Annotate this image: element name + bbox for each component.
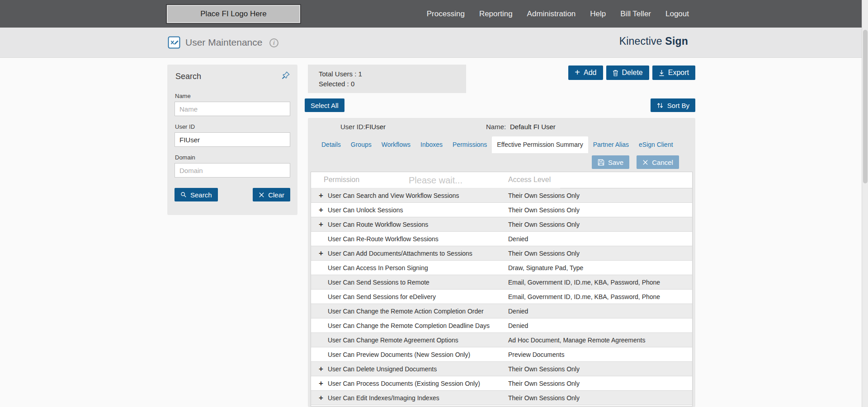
expand-plus-icon[interactable]: + (317, 217, 325, 232)
tab[interactable]: eSign Client (634, 136, 678, 153)
access-level-cell: Their Own Sessions Only (508, 376, 580, 391)
table-row: User Can Preview Documents (New Session … (311, 347, 692, 362)
search-button-label: Search (190, 191, 212, 199)
cancel-button[interactable]: Cancel (637, 155, 679, 169)
permission-cell: User Can Edit Indexes/Imaging Indexes (328, 391, 439, 405)
trash-icon (613, 70, 618, 76)
access-level-cell: Their Own Sessions Only (508, 246, 580, 261)
scrollbar-thumb[interactable] (863, 30, 868, 183)
loading-overlay: Please wait... (311, 172, 560, 188)
expand-plus-icon[interactable]: + (317, 376, 325, 391)
save-button-label: Save (608, 159, 623, 166)
page-header: User Maintenance i Kinective Sign (0, 28, 868, 58)
nav-item[interactable]: Reporting (479, 9, 513, 19)
access-level-cell: Their Own Sessions Only (508, 203, 580, 217)
clear-x-icon (259, 192, 264, 198)
expand-plus-icon[interactable]: + (317, 203, 325, 217)
add-button[interactable]: + Add (568, 65, 603, 80)
nav-item[interactable]: Administration (527, 9, 576, 19)
loading-text: Please wait... (409, 175, 462, 186)
permission-cell: User Can Access In Person Signing (328, 261, 428, 275)
table-row: User Can Change the Remote Action Comple… (311, 304, 692, 318)
nav-item[interactable]: Help (590, 9, 606, 19)
table-row: User Can Change Remote Agreement Options… (311, 333, 692, 347)
card-user-id-label: User ID: (340, 123, 365, 131)
tab[interactable]: Partner Alias (588, 136, 634, 153)
search-button[interactable]: Search (175, 188, 218, 201)
pin-icon[interactable] (281, 71, 290, 82)
tab-bar: DetailsGroupsWorkflowsInboxesPermissions… (316, 136, 678, 153)
search-icon (180, 192, 187, 198)
delete-button[interactable]: Delete (606, 65, 649, 80)
page-scrollbar[interactable] (862, 0, 868, 407)
tab[interactable]: Permissions (448, 136, 492, 153)
expand-plus-icon[interactable]: + (317, 362, 325, 376)
user-id-label: User ID (175, 123, 290, 130)
brand-first: Kinective (619, 35, 662, 47)
permission-cell: User Can Delete Unsigned Documents (328, 362, 437, 376)
export-button-label: Export (668, 69, 689, 77)
add-plus-icon: + (575, 68, 580, 77)
download-icon (659, 70, 665, 76)
permission-cell: User Can Unlock Sessions (328, 203, 403, 217)
search-panel-buttons: Search Clear (175, 188, 290, 201)
top-bar: Place FI Logo Here ProcessingReportingAd… (0, 0, 868, 28)
name-input[interactable] (175, 102, 290, 116)
nav-item[interactable]: Processing (427, 9, 465, 19)
table-row: +User Can Unlock SessionsTheir Own Sessi… (311, 203, 692, 217)
nav-item[interactable]: Bill Teller (620, 9, 651, 19)
brand-logo: Kinective Sign (619, 35, 688, 47)
cancel-x-icon (642, 159, 648, 165)
search-panel: Search Name User ID Domain Search (167, 65, 297, 215)
permission-cell: User Can Preview Documents (New Session … (328, 347, 470, 362)
access-level-cell: Email, Government ID, ID.me, KBA, Passwo… (508, 290, 660, 304)
tab[interactable]: Details (316, 136, 346, 153)
permissions-table-header: Permission Access Level Please wait... (311, 172, 692, 188)
tab[interactable]: Workflows (377, 136, 415, 153)
save-button[interactable]: Save (592, 155, 629, 169)
table-row: +User Can Process Documents (Existing Se… (311, 376, 692, 391)
sort-by-label: Sort By (667, 102, 689, 109)
select-all-button[interactable]: Select All (305, 98, 344, 112)
table-row: +User Can Edit Indexes/Imaging IndexesTh… (311, 391, 692, 405)
permission-cell: User Can Send Sessions for eDelivery (328, 290, 436, 304)
access-level-cell: Their Own Sessions Only (508, 188, 580, 203)
access-level-cell: Email, Government ID, ID.me, KBA, Passwo… (508, 275, 660, 290)
delete-button-label: Delete (622, 69, 643, 77)
access-level-cell: Their Own Sessions Only (508, 391, 580, 405)
permission-cell: User Can Route Workflow Sessions (328, 217, 428, 232)
export-button[interactable]: Export (652, 65, 695, 80)
search-panel-title: Search (175, 72, 290, 81)
total-users-text: Total Users : 1 (319, 69, 455, 79)
tab[interactable]: Inboxes (415, 136, 448, 153)
selected-count-text: Selected : 0 (319, 79, 455, 89)
card-user-id-value: FIUser (365, 123, 386, 131)
access-level-cell: Preview Documents (508, 347, 565, 362)
tab[interactable]: Groups (346, 136, 377, 153)
sort-arrows-icon (656, 102, 664, 109)
nav-item[interactable]: Logout (665, 9, 689, 19)
save-cancel-group: Save Cancel (592, 155, 679, 169)
name-label: Name (175, 93, 290, 99)
expand-plus-icon[interactable]: + (317, 188, 325, 203)
tab[interactable]: Effective Permission Summary (492, 136, 588, 153)
access-level-cell: Ad Hoc Document, Manage Remote Agreement… (508, 333, 646, 347)
user-maintenance-icon (168, 36, 180, 49)
user-id-input[interactable] (175, 132, 290, 147)
domain-label: Domain (175, 154, 290, 161)
clear-button-label: Clear (268, 191, 284, 199)
expand-plus-icon[interactable]: + (317, 391, 325, 405)
permission-cell: User Can Send Sessions to Remote (328, 275, 429, 290)
expand-plus-icon[interactable]: + (317, 246, 325, 261)
table-row: +User Can Add Documents/Attachments to S… (311, 246, 692, 261)
info-icon[interactable]: i (269, 38, 278, 47)
sort-by-button[interactable]: Sort By (651, 98, 695, 112)
top-nav: ProcessingReportingAdministrationHelpBil… (427, 0, 689, 28)
results-summary: Total Users : 1 Selected : 0 (308, 65, 466, 93)
table-row: +User Can Delete Unsigned DocumentsTheir… (311, 362, 692, 376)
table-row: User Can Access In Person SigningDraw, S… (311, 261, 692, 275)
domain-input[interactable] (175, 163, 290, 178)
clear-button[interactable]: Clear (253, 188, 290, 201)
table-row: User Can Send Sessions to RemoteEmail, G… (311, 275, 692, 290)
permission-cell: User Can Process Documents (Existing Ses… (328, 376, 480, 391)
